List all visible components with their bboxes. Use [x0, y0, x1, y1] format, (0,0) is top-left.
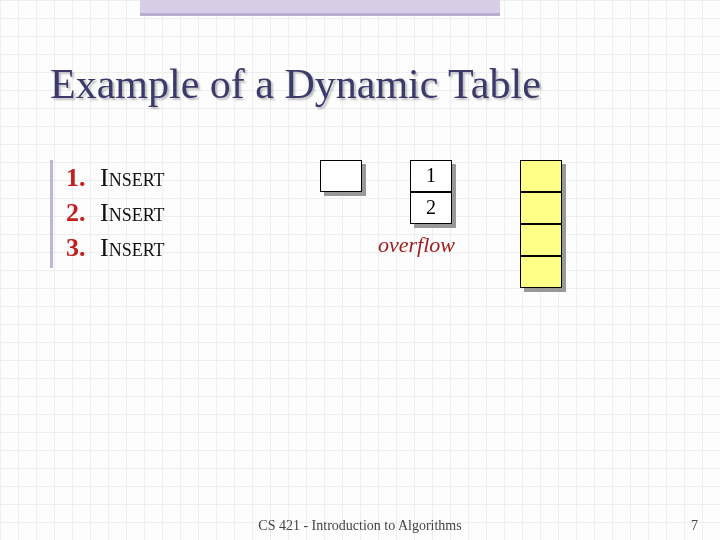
list-label: Insert — [100, 195, 165, 230]
list-item: 2. Insert — [66, 195, 165, 230]
list-number: 3. — [66, 230, 100, 265]
list-accent-bar — [50, 160, 53, 268]
operation-list: 1. Insert 2. Insert 3. Insert — [66, 160, 165, 265]
list-label: Insert — [100, 230, 165, 265]
table-cell-empty — [520, 160, 562, 192]
table-cell-empty — [320, 160, 362, 192]
table-cell-empty — [520, 256, 562, 288]
list-number: 1. — [66, 160, 100, 195]
footer-course: CS 421 - Introduction to Algorithms — [0, 518, 720, 534]
overflow-label: overflow — [378, 232, 455, 258]
slide-title: Example of a Dynamic Table — [50, 60, 541, 108]
table-cell: 1 — [410, 160, 452, 192]
list-label: Insert — [100, 160, 165, 195]
table-cell-empty — [520, 192, 562, 224]
header-accent-bar — [140, 0, 500, 16]
list-number: 2. — [66, 195, 100, 230]
list-item: 3. Insert — [66, 230, 165, 265]
list-item: 1. Insert — [66, 160, 165, 195]
footer-page-number: 7 — [691, 518, 698, 534]
table-cell: 2 — [410, 192, 452, 224]
table-cell-empty — [520, 224, 562, 256]
